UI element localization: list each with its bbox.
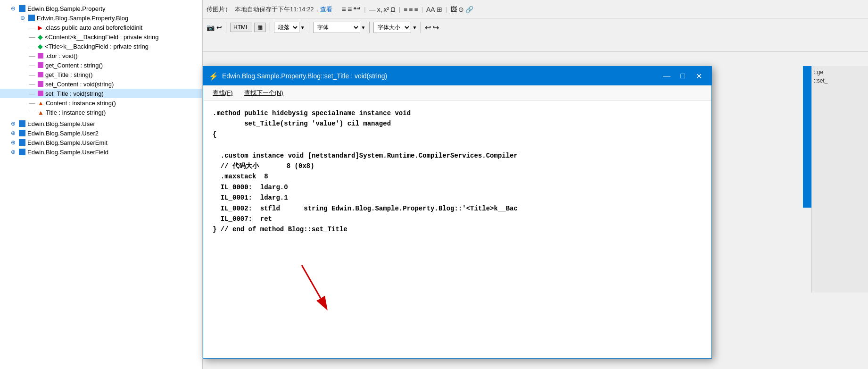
class-icon <box>28 15 35 21</box>
tree-label: .ctor : void() <box>45 52 78 59</box>
code-line-11: IL_0007: ret <box>213 214 702 224</box>
autosave-link[interactable]: 查看 <box>320 5 332 14</box>
tree-item-content-prop[interactable]: — ▲ Content : instance string() <box>0 98 202 108</box>
tree-label: Edwin.Blog.Sample.Property.Blog <box>37 15 128 22</box>
method-icon <box>38 53 43 59</box>
tree-item-ctor[interactable]: — .ctor : void() <box>0 51 202 60</box>
quote-icon[interactable]: ❝❝ <box>353 6 361 13</box>
font-select[interactable]: 字体 <box>313 22 360 33</box>
method-icon <box>38 81 43 87</box>
diamond-icon: ◆ <box>38 42 43 50</box>
align-left-icon[interactable]: ≡ <box>404 6 407 13</box>
code-line-5: .custom instance void [netstandard]Syste… <box>213 151 702 161</box>
find-menu[interactable]: 查找(F) <box>207 87 239 99</box>
omega-icon[interactable]: Ω <box>390 6 395 13</box>
dash-icon[interactable]: — <box>369 6 376 13</box>
divider2 <box>270 22 270 33</box>
rs-label-2: ::set_ <box>814 76 866 85</box>
close-button[interactable]: ✕ <box>692 69 706 83</box>
expand-icon: ⊖ <box>19 14 26 22</box>
lightning-icon: ⚡ <box>209 72 218 81</box>
tree-item-get-title[interactable]: — get_Title : string() <box>0 70 202 79</box>
divider <box>226 22 226 33</box>
select-arrow2: ▼ <box>361 25 366 30</box>
blue-accent-bar <box>803 66 811 208</box>
superscript-icon[interactable]: x² <box>384 6 389 13</box>
minimize-button[interactable]: — <box>660 69 674 83</box>
separator3: | <box>422 6 423 13</box>
tree-item-title-field[interactable]: — ◆ <Title>k__BackingField : private str… <box>0 42 202 51</box>
paragraph-select[interactable]: 段落 <box>274 22 299 33</box>
separator2: | <box>399 6 400 13</box>
tree-label: <Title>k__BackingField : private string <box>45 43 149 50</box>
expand-icon: ⊖ <box>9 5 17 12</box>
diamond-icon: ◆ <box>38 33 43 41</box>
window-controls: — □ ✕ <box>660 69 706 83</box>
tree-panel: ⊖ Edwin.Blog.Sample.Property ⊖ Edwin.Blo… <box>0 0 203 369</box>
modal-titlebar: ⚡ Edwin.Blog.Sample.Property.Blog::set_T… <box>203 67 711 85</box>
align-center-icon[interactable]: ≡ <box>409 6 413 13</box>
tree-item-set-content[interactable]: — set_Content : void(string) <box>0 79 202 89</box>
tree-item-blog[interactable]: ⊖ Edwin.Blog.Sample.Property.Blog <box>0 13 202 23</box>
tree-label: Edwin.Blog.Sample.User2 <box>27 130 99 137</box>
tree-item-userfield[interactable]: ⊕ Edwin.Blog.Sample.UserField <box>0 147 202 157</box>
maximize-button[interactable]: □ <box>676 69 690 83</box>
find-next-menu[interactable]: 查找下一个(N) <box>239 87 289 99</box>
code-line-8: IL_0000: ldarg.0 <box>213 182 702 193</box>
link-icon[interactable]: 🔗 <box>465 6 473 13</box>
find-replace-icon[interactable]: AA <box>426 6 435 13</box>
tree-item-get-content[interactable]: — get_Content : string() <box>0 60 202 70</box>
separator: | <box>364 6 365 13</box>
redo-btn[interactable]: ↪ <box>433 23 439 32</box>
image-icon[interactable]: 🖼 <box>450 6 457 13</box>
tree-label: Edwin.Blog.Sample.UserField <box>27 149 108 156</box>
code-line-6: // 代码大小 8 (0x8) <box>213 161 702 171</box>
tree-item-useremit[interactable]: ⊕ Edwin.Blog.Sample.UserEmit <box>0 138 202 147</box>
method-icon <box>38 91 43 96</box>
tree-label: Title : instance string() <box>46 109 106 116</box>
namespace-icon <box>19 139 25 146</box>
undo-icon[interactable]: ↩ <box>216 24 222 31</box>
undo-btn[interactable]: ↩ <box>425 23 431 32</box>
line-icon: — <box>28 24 36 31</box>
tree-label: Edwin.Blog.Sample.UserEmit <box>27 139 107 146</box>
outdent-icon[interactable]: ≡ <box>347 5 352 14</box>
tree-item-user[interactable]: ⊕ Edwin.Blog.Sample.User <box>0 119 202 128</box>
tree-item-content-field[interactable]: — ◆ <Content>k__BackingField : private s… <box>0 32 202 42</box>
table-btn[interactable]: ▦ <box>254 23 266 32</box>
modal-menubar: 查找(F) 查找下一个(N) <box>203 85 711 101</box>
tree-item-class-def[interactable]: — ▶ .class public auto ansi beforefieldi… <box>0 23 202 32</box>
expand-icon: ⊕ <box>9 120 17 127</box>
select-arrow: ▼ <box>300 25 305 30</box>
tree-label: set_Content : void(string) <box>45 81 114 88</box>
media-icon[interactable]: ⊙ <box>458 6 464 13</box>
tree-label: .class public auto ansi beforefieldinit <box>44 24 142 31</box>
method-icon <box>38 72 43 77</box>
tree-item-user2[interactable]: ⊕ Edwin.Blog.Sample.User2 <box>0 128 202 138</box>
fontsize-select[interactable]: 字体大小 <box>373 22 411 33</box>
tree-label: Edwin.Blog.Sample.Property <box>27 5 105 12</box>
line-icon: — <box>28 61 36 69</box>
table-icon[interactable]: ⊞ <box>437 6 442 13</box>
arrow-icon: ▶ <box>38 24 42 31</box>
indent-icon[interactable]: ≡ <box>342 5 346 14</box>
code-line-9: IL_0001: ldarg.1 <box>213 193 702 203</box>
tree-item-property[interactable]: ⊖ Edwin.Blog.Sample.Property <box>0 4 202 13</box>
select-arrow3: ▼ <box>412 25 417 30</box>
namespace-icon <box>19 130 25 136</box>
tree-label: <Content>k__BackingField : private strin… <box>45 34 158 41</box>
code-line-2: set_Title(string 'value') cil managed <box>213 118 702 129</box>
right-sidebar: ::ge ::set_ <box>811 66 868 293</box>
align-right-icon[interactable]: ≡ <box>414 6 418 13</box>
line-icon: — <box>28 42 36 50</box>
html-button[interactable]: HTML <box>230 23 252 32</box>
subscript-icon[interactable]: x, <box>377 6 382 13</box>
tree-item-set-title[interactable]: — set_Title : void(string) <box>0 89 202 98</box>
expand-icon: ⊕ <box>9 139 17 146</box>
line-icon: — <box>28 80 36 88</box>
tree-item-title-prop[interactable]: — ▲ Title : instance string() <box>0 108 202 117</box>
toolbar-row1: 传图片） 本地自动保存于下午11:14:22， 查看 ≡ ≡ ❝❝ | — x,… <box>203 0 868 19</box>
img-icon[interactable]: 📷 <box>207 24 215 31</box>
line-icon: — <box>28 109 36 116</box>
tree-label: set_Title : void(string) <box>45 90 104 97</box>
